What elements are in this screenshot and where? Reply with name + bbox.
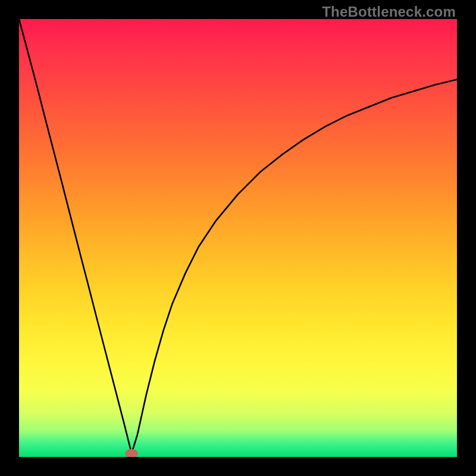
curve-left-branch xyxy=(19,19,131,453)
plot-area xyxy=(19,19,457,457)
curve-layer xyxy=(19,19,457,457)
minimum-marker xyxy=(125,449,138,457)
curve-right-branch xyxy=(131,80,457,454)
chart-frame: TheBottleneck.com xyxy=(0,0,476,476)
attribution-label: TheBottleneck.com xyxy=(322,4,456,20)
